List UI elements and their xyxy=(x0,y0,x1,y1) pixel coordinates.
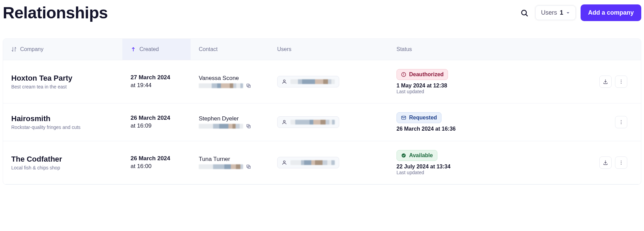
contact-name: Vanessa Scone xyxy=(199,75,261,82)
svg-point-10 xyxy=(621,83,621,84)
svg-point-17 xyxy=(621,123,621,124)
column-users-label: Users xyxy=(277,46,291,52)
column-created-label: Created xyxy=(139,46,159,52)
svg-point-24 xyxy=(621,164,621,165)
column-contact[interactable]: Contact xyxy=(191,39,269,60)
svg-line-1 xyxy=(526,14,527,16)
status-label: Requested xyxy=(409,115,437,121)
add-company-button[interactable]: Add a company xyxy=(581,4,641,21)
status-date: 22 July 2024 at 13:34 xyxy=(396,164,583,170)
status-badge: Available xyxy=(396,150,437,161)
more-menu-button[interactable] xyxy=(615,76,627,88)
status-sub: Last updated xyxy=(396,170,583,175)
column-users[interactable]: Users xyxy=(269,39,388,60)
status-badge: Requested xyxy=(396,112,441,123)
created-timestamp: 26 March 2024at 16:09 xyxy=(131,114,182,130)
kebab-icon xyxy=(618,160,624,165)
relationships-table: Company Created Contact Users Status Hox… xyxy=(3,38,641,185)
created-timestamp: 26 March 2024at 16:00 xyxy=(131,155,182,170)
mail-icon xyxy=(401,115,406,120)
search-icon xyxy=(520,9,528,17)
column-created[interactable]: Created xyxy=(122,39,191,60)
svg-point-22 xyxy=(621,161,621,161)
page-title: Relationships xyxy=(3,3,108,22)
status-label: Available xyxy=(409,152,433,159)
download-button[interactable] xyxy=(599,156,612,169)
users-chip[interactable] xyxy=(277,116,339,128)
users-chip[interactable] xyxy=(277,157,339,168)
svg-point-20 xyxy=(283,161,285,163)
contact-name: Tuna Turner xyxy=(199,156,261,163)
svg-point-4 xyxy=(283,80,285,82)
users-filter-label: Users xyxy=(541,9,557,16)
check-circle-icon xyxy=(401,153,406,158)
kebab-icon xyxy=(618,79,624,84)
company-name: Hairosmith xyxy=(11,114,114,123)
copy-icon[interactable] xyxy=(246,83,251,88)
status-label: Deauthorized xyxy=(409,71,444,78)
download-button[interactable] xyxy=(599,76,612,88)
search-button[interactable] xyxy=(518,7,530,19)
user-icon xyxy=(282,119,287,125)
sort-asc-icon xyxy=(131,47,136,52)
company-tagline: Rockstar-quality fringes and cuts xyxy=(11,125,114,130)
svg-point-9 xyxy=(621,81,621,82)
kebab-icon xyxy=(618,119,624,125)
users-filter-count: 1 xyxy=(560,9,563,16)
company-name: Hoxton Tea Party xyxy=(11,74,114,83)
copy-icon[interactable] xyxy=(246,123,251,129)
column-company[interactable]: Company xyxy=(3,39,122,60)
status-date: 26 March 2024 at 16:36 xyxy=(396,126,595,132)
table-row: The CodfatherLocal fish & chips shop26 M… xyxy=(3,141,641,184)
status-badge: Deauthorized xyxy=(396,69,448,80)
company-tagline: Best cream tea in the east xyxy=(11,84,114,89)
company-name: The Codfather xyxy=(11,155,114,164)
svg-point-8 xyxy=(621,80,621,80)
created-timestamp: 27 March 2024at 19:44 xyxy=(131,74,182,89)
svg-point-23 xyxy=(621,162,621,163)
alert-circle-icon xyxy=(401,72,406,77)
users-filter-dropdown[interactable]: Users 1 xyxy=(535,5,576,20)
status-sub: Last updated xyxy=(396,89,583,94)
download-icon xyxy=(603,160,608,165)
more-menu-button[interactable] xyxy=(615,156,627,169)
column-company-label: Company xyxy=(20,46,43,52)
sort-both-icon xyxy=(11,47,17,52)
more-menu-button[interactable] xyxy=(615,116,627,128)
contact-name: Stephen Dyeler xyxy=(199,115,261,122)
status-date: 1 May 2024 at 12:38 xyxy=(396,83,583,89)
copy-icon[interactable] xyxy=(246,164,251,169)
svg-point-7 xyxy=(403,75,404,76)
column-contact-label: Contact xyxy=(199,46,218,52)
svg-point-16 xyxy=(621,122,621,122)
table-header: Company Created Contact Users Status xyxy=(3,39,641,60)
table-row: HairosmithRockstar-quality fringes and c… xyxy=(3,103,641,141)
chevron-down-icon xyxy=(566,11,570,15)
column-status[interactable]: Status xyxy=(388,39,603,60)
user-icon xyxy=(282,79,287,84)
table-row: Hoxton Tea PartyBest cream tea in the ea… xyxy=(3,60,641,103)
user-icon xyxy=(282,160,287,165)
svg-point-15 xyxy=(621,120,621,121)
company-tagline: Local fish & chips shop xyxy=(11,165,114,170)
download-icon xyxy=(603,79,608,84)
column-status-label: Status xyxy=(396,46,412,52)
svg-point-13 xyxy=(283,120,285,122)
users-chip[interactable] xyxy=(277,76,339,87)
